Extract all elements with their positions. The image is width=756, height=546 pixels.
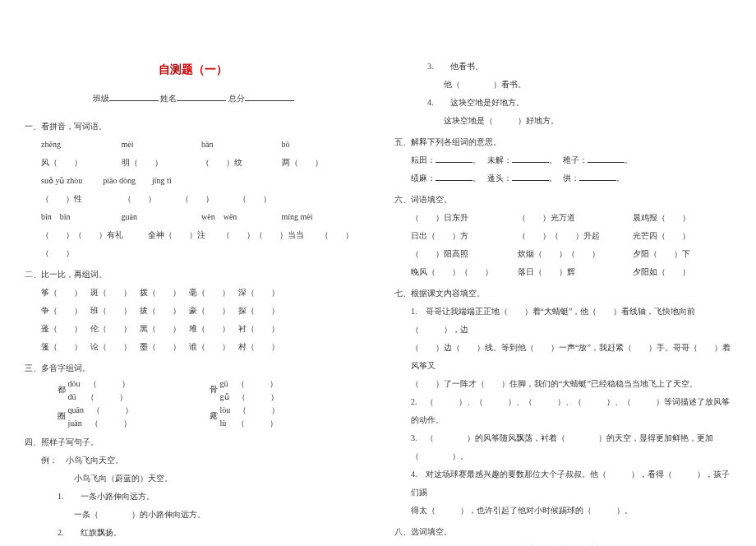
blank bbox=[512, 171, 549, 181]
reading: gǔ （ ） bbox=[220, 391, 279, 404]
s1-pinyin-row2: suǒ yǔ zhòu piāo dòng jīng tì bbox=[25, 172, 362, 190]
blank bbox=[512, 153, 549, 163]
s3-row1: 都 dōu （ ） dū （ ） 骨 gū （ ） gǔ （ ） bbox=[25, 377, 362, 404]
s1-blank-row2: （ ）性 （ ） （ ） （ ） bbox=[25, 190, 362, 208]
s1-blank-row3: （ ）（ ）有礼 全神（ ）注 （ ）（ ）当当 （ ）（ ） bbox=[25, 226, 362, 262]
s2-row2: 争（ ） 班（ ） 拔（ ） 豪（ ） 探（ ） bbox=[25, 302, 362, 320]
section-7-heading: 七、根据课文内容填空。 bbox=[394, 285, 731, 303]
s4-q2b: 红旗（ ）飘扬。 bbox=[25, 542, 362, 546]
blank bbox=[579, 171, 616, 181]
reading: lù （ ） bbox=[220, 417, 280, 430]
section-2-heading: 二、比一比，再组词。 bbox=[25, 266, 362, 284]
s5-row1: 耘田：。 未解：。 稚子：。 bbox=[394, 151, 731, 169]
s8-group1: 愿望 希望 失望 bbox=[394, 541, 731, 546]
reading: juàn （ ） bbox=[68, 417, 133, 430]
s2-row1: 筝（ ） 斑（ ） 拨（ ） 毫（ ） 深（ ） bbox=[25, 284, 362, 302]
class-label: 班级 bbox=[93, 94, 109, 103]
pinyin: bīn bīn bbox=[41, 208, 122, 226]
multichar-group: 都 dōu （ ） dū （ ） bbox=[58, 377, 210, 404]
section-3-heading: 三、多音字组词。 bbox=[25, 359, 362, 377]
term: 供： bbox=[563, 174, 579, 183]
pinyin: bān bbox=[201, 136, 282, 154]
pinyin: suǒ yǔ zhòu bbox=[41, 176, 82, 185]
s4-q4: 4. 这块空地是好地方。 bbox=[394, 94, 731, 112]
pinyin: wēn wēn bbox=[201, 208, 282, 226]
term: 绩麻： bbox=[411, 174, 436, 183]
reading: dū （ ） bbox=[68, 391, 130, 404]
pinyin: guàn bbox=[122, 208, 202, 226]
s3-row2: 圈 quān （ ） juàn （ ） 露 lòu （ ） lù （ ） bbox=[25, 404, 362, 430]
s1-blank-row1: 风（ ） 明（ ） （ ）纹 两（ ） bbox=[25, 154, 362, 172]
char: 圈 bbox=[58, 411, 66, 420]
section-5-heading: 五、解释下列各组词的意思。 bbox=[394, 133, 731, 151]
document-title: 自测题（一） bbox=[25, 58, 362, 83]
s7-p3: 3. （ ）的风筝随风飘荡，衬着（ ）的天空，显得更加鲜艳，更加（ ）。 bbox=[394, 429, 731, 465]
s7-p4: 4. 对这场球赛最感兴趣的要数那位大个子叔叔。他（ ），看得（ ），孩子们踢 bbox=[394, 465, 731, 502]
s7-p1: 1. 哥哥让我端端正正地（ ）着“大蜻蜓”，他（ ）看线轴，飞快地向前（ ），边 bbox=[394, 303, 731, 339]
s6-r4: 晚风（ ）（ ） 落日（ ）辉 夕阳如（ ） bbox=[394, 263, 731, 281]
pinyin: bō bbox=[282, 136, 362, 154]
term: 耘田： bbox=[411, 155, 436, 164]
term: 蓬头： bbox=[487, 174, 512, 183]
header-fields: 班级 姓名 总分 bbox=[25, 90, 362, 108]
s4-q1: 1. 一条小路伸向远方。 bbox=[25, 488, 362, 506]
s6-r1: （ ）日东升 （ ）光万道 晨鸡报（ ） bbox=[394, 209, 731, 227]
blank bbox=[436, 171, 472, 181]
right-column: 3. 他看书。 他（ ）看书。 4. 这块空地是好地方。 这块空地是（ ）好地方… bbox=[394, 58, 731, 530]
reading: dōu （ ） bbox=[68, 377, 130, 391]
s1-pinyin-row3: bīn bīn guàn wēn wēn míng mèi bbox=[25, 208, 362, 226]
pinyin: zhēng bbox=[41, 136, 122, 154]
s6-r2: 日出（ ）方 （ ）（ ）升起 光芒四（ ） bbox=[394, 227, 731, 245]
s4-q4b: 这块空地是（ ）好地方。 bbox=[394, 112, 731, 130]
section-6-heading: 六、词语填空。 bbox=[394, 191, 731, 209]
score-blank bbox=[245, 91, 294, 101]
section-1-heading: 一、看拼音，写词语。 bbox=[25, 118, 362, 136]
blank bbox=[436, 153, 472, 163]
term: 未解： bbox=[487, 155, 512, 164]
pinyin: mèi bbox=[122, 136, 202, 154]
reading: lòu （ ） bbox=[220, 404, 280, 417]
s1-pinyin-row1: zhēng mèi bān bō bbox=[25, 136, 362, 154]
term: 稚子： bbox=[563, 155, 588, 164]
section-4-heading: 四、照样子写句子。 bbox=[25, 433, 362, 451]
s5-row2: 绩麻：。 蓬头：。 供：。 bbox=[394, 169, 731, 187]
char: 都 bbox=[58, 385, 66, 394]
s2-row3: 蓬（ ） 伦（ ） 黑（ ） 堆（ ） 衬（ ） bbox=[25, 320, 362, 338]
blank-word: 风（ ） bbox=[41, 154, 122, 172]
char: 露 bbox=[210, 411, 218, 420]
multichar-group: 骨 gū （ ） gǔ （ ） bbox=[210, 377, 362, 404]
s7-p2: 2. （ ）、（ ）、（ ）、（ ）、（ ）等词描述了放风筝的动作。 bbox=[394, 393, 731, 429]
blank-word: （ ）纹 bbox=[201, 154, 282, 172]
s4-q2: 2. 红旗飘扬。 bbox=[25, 524, 362, 542]
s4-example: 例： 小鸟飞向天空。 bbox=[25, 451, 362, 470]
char: 骨 bbox=[210, 385, 218, 394]
multichar-group: 露 lòu （ ） lù （ ） bbox=[210, 404, 362, 430]
section-8-heading: 八、选词填空。 bbox=[394, 523, 731, 541]
score-label: 总分 bbox=[228, 94, 245, 103]
s4-example2: 小鸟飞向（蔚蓝的）天空。 bbox=[25, 470, 362, 488]
s7-p1c: （ ）了一阵才（ ）住脚，我们的“大蜻蜓”已经稳稳当当地飞上了天空。 bbox=[394, 375, 731, 393]
left-column: 自测题（一） 班级 姓名 总分 一、看拼音，写词语。 zhēng mèi bān… bbox=[25, 58, 362, 530]
name-blank bbox=[177, 91, 226, 101]
s4-q1b: 一条（ ）的小路伸向远方。 bbox=[25, 506, 362, 524]
blank-word: 明（ ） bbox=[122, 154, 202, 172]
pinyin: piāo dòng jīng tì bbox=[103, 176, 171, 185]
class-blank bbox=[109, 91, 159, 101]
blank-word: 两（ ） bbox=[282, 154, 362, 172]
s7-p1b: （ ）边（ ）线。等到他（ ）一声“放”，我赶紧（ ）手。哥哥（ ）着风筝又 bbox=[394, 339, 731, 375]
s2-row4: 篷（ ） 论（ ） 墨（ ） 谁（ ） 村（ ） bbox=[25, 338, 362, 356]
blank bbox=[588, 153, 625, 163]
pinyin: míng mèi bbox=[282, 208, 362, 226]
s7-p4b: 得太（ ），也许引起了他对小时候踢球的（ ）。 bbox=[394, 502, 731, 520]
reading: quān （ ） bbox=[68, 404, 133, 417]
multichar-group: 圈 quān （ ） juàn （ ） bbox=[58, 404, 210, 430]
s4-q3b: 他（ ）看书。 bbox=[394, 76, 731, 94]
s6-r3: （ ）阳高照 炊烟（ ）（ ） 夕阳（ ）下 bbox=[394, 245, 731, 263]
reading: gū （ ） bbox=[220, 377, 279, 391]
name-label: 姓名 bbox=[160, 94, 177, 103]
s4-q3: 3. 他看书。 bbox=[394, 58, 731, 76]
